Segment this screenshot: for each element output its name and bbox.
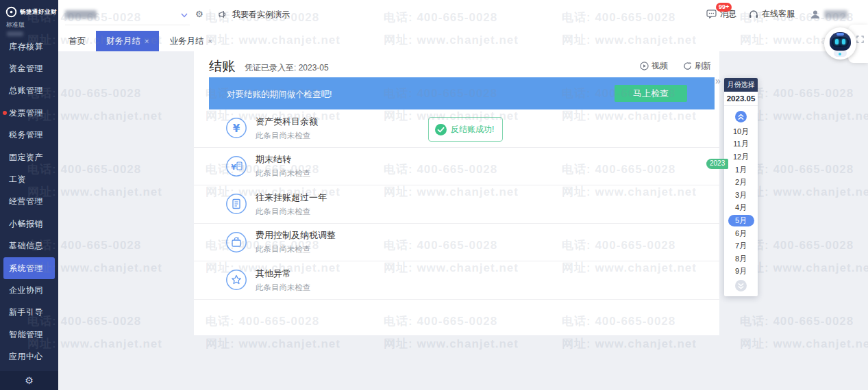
app-edition: 标准版 — [0, 18, 58, 29]
sidebar-item-smart-mgmt[interactable]: 智能管理 — [0, 324, 58, 346]
chevron-double-down-icon — [737, 283, 745, 289]
chat-bubble-icon — [706, 10, 717, 18]
check-item-period-end-transfer[interactable]: ¥ 期末结转此条目尚未检查 — [194, 148, 719, 186]
month-selector-panel: 月份选择 2023.05 10月 11月 12月 1月 2月 3月 4月 5月 … — [724, 78, 758, 296]
sidebar-item-collaboration[interactable]: 企业协同 — [0, 279, 58, 301]
year-tag: 2023 — [706, 159, 728, 169]
month-item[interactable]: 12月 — [724, 151, 758, 164]
sidebar-item-funds[interactable]: 资金管理 — [0, 57, 58, 79]
tab-finance-month-close[interactable]: 财务月结× — [96, 31, 159, 51]
check-now-button[interactable]: 马上检查 — [615, 85, 687, 102]
watermark-text: 网址: www.chanjet.net — [562, 336, 697, 352]
app-logo: 畅捷通好业财 — [0, 0, 58, 18]
sidebar-item-fixed-assets[interactable]: 固定资产 — [0, 146, 58, 168]
app-logo-icon — [5, 6, 17, 18]
online-support-button[interactable]: 在线客服 — [749, 8, 795, 20]
month-item[interactable]: 4月 — [724, 202, 758, 215]
page-title: 结账 — [209, 57, 235, 75]
watermark-text: 网址: www.chanjet.net — [206, 336, 340, 352]
check-item-expense-tax-adjust[interactable]: 费用控制及纳税调整此条目尚未检查 — [194, 224, 719, 262]
month-item[interactable]: 1月 — [724, 164, 758, 177]
gear-icon: ⚙ — [25, 375, 34, 386]
chevron-double-up-icon — [737, 114, 745, 120]
sidebar-item-system-mgmt[interactable]: 系统管理 — [3, 257, 55, 279]
demo-link[interactable]: 我要看实例演示 — [218, 9, 290, 21]
month-item[interactable]: 2月 — [724, 176, 758, 189]
messages-count-badge: 99+ — [716, 3, 732, 12]
sidebar-item-basic-info[interactable]: 基础信息 — [0, 235, 58, 257]
watermark-text: 网址: www.chanjet.net — [740, 184, 868, 200]
month-item[interactable]: 6月 — [724, 227, 758, 240]
closing-card: 结账 凭证已录入至: 2023-05 视频 刷新 对要结账的期间做个检查吧! 马… — [194, 51, 719, 335]
user-account[interactable] — [810, 9, 847, 20]
month-item[interactable]: 7月 — [724, 239, 758, 252]
divider — [210, 9, 210, 20]
yen-document-icon: ¥ — [225, 155, 247, 177]
video-button[interactable]: 视频 — [640, 60, 668, 72]
fullscreen-icon[interactable] — [856, 36, 864, 43]
month-item[interactable]: 8月 — [724, 252, 758, 265]
sidebar-item-expense[interactable]: 小畅报销 — [0, 213, 58, 235]
month-item[interactable]: 11月 — [724, 138, 758, 151]
sidebar-settings-button[interactable]: ⚙ — [0, 371, 58, 390]
watermark-text: 网址: www.chanjet.net — [740, 336, 868, 352]
sidebar-item-app-center[interactable]: 应用中心 — [0, 346, 58, 367]
topbar: ⚙ 我要看实例演示 消息 99+ 在线客服 — [58, 0, 868, 31]
user-icon — [810, 9, 821, 20]
sidebar-item-inventory[interactable]: 库存核算 — [0, 36, 58, 57]
month-list: 10月 11月 12月 1月 2月 3月 4月 5月 6月 7月 8月 9月 — [724, 125, 758, 278]
sidebar-item-payroll[interactable]: 工资 — [0, 168, 58, 190]
sidebar-item-operations[interactable]: 经营管理 — [0, 191, 58, 213]
sidebar-nav: 库存核算 资金管理 总账管理 发票管理 税务管理 固定资产 工资 经营管理 小畅… — [0, 36, 58, 368]
divider — [65, 25, 190, 25]
tab-home[interactable]: 首页 — [58, 31, 96, 51]
month-item[interactable]: 3月 — [724, 189, 758, 202]
banner-message: 对要结账的期间做个检查吧! — [227, 89, 332, 101]
voucher-status-text: 凭证已录入至: 2023-05 — [245, 62, 329, 74]
month-item[interactable]: 10月 — [724, 125, 758, 138]
sidebar: 畅捷通好业财 标准版 库存核算 资金管理 总账管理 发票管理 税务管理 固定资产… — [0, 0, 58, 390]
yen-circle-icon: ¥ — [225, 117, 247, 139]
notification-dot — [3, 111, 7, 115]
current-period: 2023.05 — [724, 92, 758, 106]
watermark-text: 网址: www.chanjet.net — [384, 336, 519, 352]
month-item-selected[interactable]: 5月 — [724, 214, 758, 227]
watermark-text: 网址: www.chanjet.net — [740, 108, 868, 124]
scroll-up-button[interactable] — [735, 111, 747, 122]
panel-collapse-icon[interactable]: » — [715, 75, 721, 86]
tab-bar: 首页 财务月结× 业务月结× — [58, 31, 868, 51]
close-icon[interactable]: × — [145, 37, 149, 45]
play-circle-icon — [640, 62, 649, 70]
close-icon[interactable]: × — [208, 37, 212, 45]
tab-business-month-close[interactable]: 业务月结× — [159, 31, 222, 51]
toast-success: 反结账成功! — [428, 117, 503, 142]
gear-icon[interactable]: ⚙ — [195, 9, 203, 19]
megaphone-icon — [218, 10, 228, 19]
watermark-text: 电话: 400-665-0028 — [740, 313, 854, 329]
briefcase-icon — [225, 231, 247, 253]
assistant-robot-avatar[interactable] — [824, 27, 856, 60]
star-icon — [225, 269, 247, 291]
month-panel-title: 月份选择 — [724, 78, 758, 92]
app-name: 畅捷通好业财 — [20, 8, 57, 16]
svg-text:¥: ¥ — [231, 162, 236, 171]
sidebar-item-beginner-guide[interactable]: 新手引导 — [0, 302, 58, 324]
document-icon — [225, 193, 247, 215]
sidebar-item-invoice[interactable]: 发票管理 — [0, 102, 58, 124]
refresh-button[interactable]: 刷新 — [683, 60, 711, 72]
sidebar-item-tax[interactable]: 税务管理 — [0, 125, 58, 146]
company-name-blurred[interactable] — [65, 10, 97, 18]
sidebar-item-ledger[interactable]: 总账管理 — [0, 80, 58, 102]
chevron-down-icon[interactable] — [179, 10, 189, 20]
scroll-down-button[interactable] — [735, 280, 747, 291]
check-banner: 对要结账的期间做个检查吧! 马上检查 — [209, 77, 715, 109]
check-circle-icon — [435, 124, 447, 135]
refresh-icon — [683, 62, 692, 70]
username-blurred — [824, 10, 847, 18]
watermark-text: 网址: www.chanjet.net — [740, 260, 868, 276]
toast-message: 反结账成功! — [451, 124, 494, 135]
messages-button[interactable]: 消息 99+ — [706, 8, 736, 20]
month-item[interactable]: 9月 — [724, 265, 758, 278]
check-item-aged-open-items[interactable]: 往来挂账超过一年此条目尚未检查 — [194, 185, 719, 224]
check-item-other-anomalies[interactable]: 其他异常此条目尚未检查 — [194, 261, 719, 300]
